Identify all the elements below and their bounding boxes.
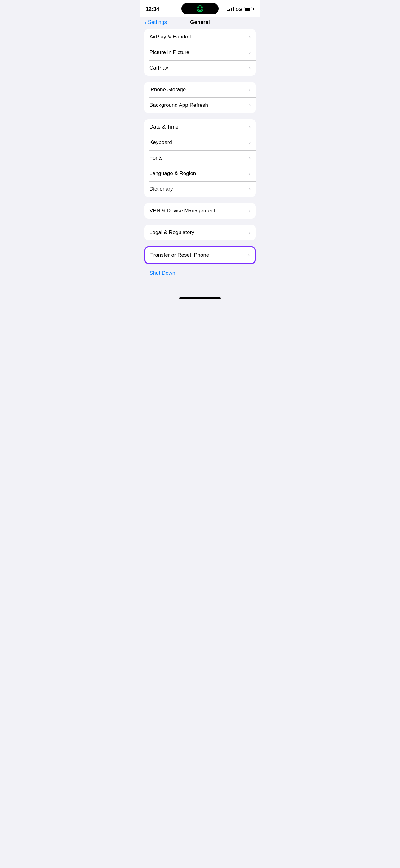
page-title: General [190, 19, 210, 26]
settings-content: AirPlay & Handoff › Picture in Picture ›… [139, 29, 261, 295]
list-item-transfer-reset[interactable]: Transfer or Reset iPhone › [145, 247, 255, 263]
section-legal: Legal & Regulatory › [144, 225, 256, 240]
transfer-reset-label: Transfer or Reset iPhone [151, 252, 209, 258]
status-right: 5G [227, 7, 254, 12]
keyboard-label: Keyboard [149, 140, 172, 146]
signal-bar-1 [227, 10, 229, 11]
list-item-date-time[interactable]: Date & Time › [144, 119, 256, 135]
picture-in-picture-label: Picture in Picture [149, 49, 190, 56]
battery-indicator [244, 7, 254, 11]
dynamic-island-icon [197, 5, 203, 12]
vpn-device-management-chevron-icon: › [249, 208, 251, 214]
section-vpn: VPN & Device Management › [144, 203, 256, 219]
keyboard-chevron-icon: › [249, 140, 251, 145]
list-item-picture-in-picture[interactable]: Picture in Picture › [144, 45, 256, 60]
back-label: Settings [148, 19, 167, 26]
dynamic-island [181, 3, 219, 14]
carplay-chevron-icon: › [249, 65, 251, 71]
signal-bars [227, 7, 234, 11]
back-button[interactable]: ‹ Settings [144, 19, 167, 26]
back-chevron-icon: ‹ [144, 19, 147, 26]
date-time-chevron-icon: › [249, 124, 251, 130]
section-storage: iPhone Storage › Background App Refresh … [144, 82, 256, 113]
list-item-iphone-storage[interactable]: iPhone Storage › [144, 82, 256, 97]
nav-bar: ‹ Settings General [139, 17, 261, 29]
section-locale: Date & Time › Keyboard › Fonts › Languag… [144, 119, 256, 197]
carplay-label: CarPlay [149, 65, 168, 71]
fonts-chevron-icon: › [249, 155, 251, 161]
list-item-legal-regulatory[interactable]: Legal & Regulatory › [144, 225, 256, 240]
background-app-refresh-chevron-icon: › [249, 102, 251, 108]
list-item-carplay[interactable]: CarPlay › [144, 60, 256, 76]
home-indicator [179, 298, 221, 299]
signal-bar-4 [233, 7, 234, 11]
vpn-device-management-label: VPN & Device Management [149, 208, 215, 214]
airplay-handoff-chevron-icon: › [249, 34, 251, 40]
list-item-vpn-device-management[interactable]: VPN & Device Management › [144, 203, 256, 219]
dictionary-chevron-icon: › [249, 186, 251, 192]
dictionary-label: Dictionary [149, 186, 173, 192]
shut-down-section: Shut Down [144, 270, 256, 276]
status-bar: 12:34 5G [139, 0, 261, 17]
battery-fill [245, 8, 250, 11]
list-item-background-app-refresh[interactable]: Background App Refresh › [144, 97, 256, 113]
signal-bar-3 [231, 8, 232, 11]
airplay-handoff-label: AirPlay & Handoff [149, 34, 191, 40]
section-airplay: AirPlay & Handoff › Picture in Picture ›… [144, 29, 256, 76]
iphone-storage-label: iPhone Storage [149, 87, 186, 93]
battery-body [244, 7, 253, 11]
list-item-airplay-handoff[interactable]: AirPlay & Handoff › [144, 29, 256, 45]
background-app-refresh-label: Background App Refresh [149, 102, 208, 108]
list-item-dictionary[interactable]: Dictionary › [144, 181, 256, 197]
date-time-label: Date & Time [149, 124, 178, 130]
legal-regulatory-label: Legal & Regulatory [149, 229, 194, 236]
picture-in-picture-chevron-icon: › [249, 50, 251, 55]
section-transfer: Transfer or Reset iPhone › [144, 247, 256, 264]
language-region-label: Language & Region [149, 170, 196, 177]
status-time: 12:34 [146, 6, 159, 12]
fonts-label: Fonts [149, 155, 163, 161]
list-item-keyboard[interactable]: Keyboard › [144, 135, 256, 150]
legal-regulatory-chevron-icon: › [249, 230, 251, 235]
list-item-fonts[interactable]: Fonts › [144, 150, 256, 166]
signal-bar-2 [229, 9, 230, 11]
shut-down-button[interactable]: Shut Down [144, 266, 180, 280]
list-item-language-region[interactable]: Language & Region › [144, 166, 256, 181]
network-label: 5G [236, 7, 242, 12]
iphone-storage-chevron-icon: › [249, 87, 251, 93]
transfer-reset-chevron-icon: › [248, 252, 249, 258]
battery-tip [253, 8, 254, 10]
language-region-chevron-icon: › [249, 171, 251, 176]
